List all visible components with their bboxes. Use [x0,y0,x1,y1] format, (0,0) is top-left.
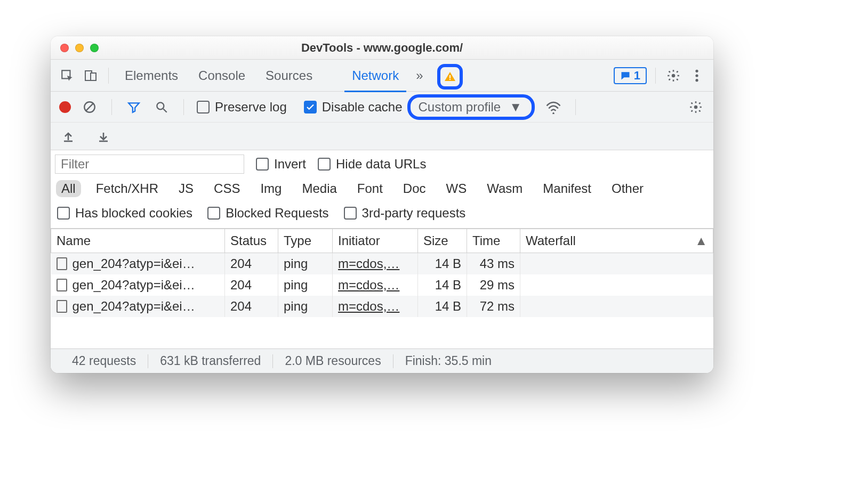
warning-icon [444,70,456,83]
filter-input[interactable] [55,155,244,174]
network-requests-table: Name Status Type Initiator Size Time Wat… [51,229,713,317]
request-waterfall [520,253,713,275]
request-initiator[interactable]: m=cdos,… [338,278,399,292]
svg-point-5 [672,74,676,77]
checkbox-icon [57,207,70,220]
col-name[interactable]: Name [51,229,225,253]
status-transferred: 631 kB transferred [148,354,272,368]
invert-label: Invert [274,157,306,172]
hide-data-urls-checkbox[interactable]: Hide data URLs [318,157,426,172]
network-settings-icon[interactable] [687,98,705,116]
filter-icon[interactable] [125,98,143,116]
chip-js[interactable]: JS [173,180,199,197]
checkbox-icon [318,158,331,171]
search-icon[interactable] [152,98,171,116]
chip-font[interactable]: Font [352,180,388,197]
device-toolbar-icon[interactable] [82,67,100,85]
col-type[interactable]: Type [278,229,333,253]
titlebar: DevTools - www.google.com/ [51,36,713,60]
filter-checks-row: Has blocked cookies Blocked Requests 3rd… [51,204,713,229]
request-name: gen_204?atyp=i&ei… [73,299,195,314]
request-size: 14 B [418,274,467,296]
chip-wasm[interactable]: Wasm [481,180,528,197]
console-message-count: 1 [634,69,640,83]
status-requests: 42 requests [60,354,148,368]
request-initiator[interactable]: m=cdos,… [338,256,399,271]
request-status: 204 [225,253,278,275]
request-time: 29 ms [467,274,520,296]
svg-point-11 [157,102,164,109]
download-har-icon[interactable] [94,127,112,145]
preserve-log-checkbox[interactable]: Preserve log [197,100,287,115]
divider [111,99,112,115]
tab-console[interactable]: Console [191,68,253,83]
sort-indicator-icon: ▲ [695,233,708,248]
chip-ws[interactable]: WS [441,180,472,197]
chip-doc[interactable]: Doc [398,180,431,197]
svg-point-13 [694,105,698,109]
network-conditions-icon[interactable] [544,98,562,116]
svg-point-8 [695,79,698,82]
disable-cache-checkbox[interactable]: Disable cache [304,100,403,115]
col-waterfall-label: Waterfall [526,233,576,248]
invert-checkbox[interactable]: Invert [256,157,306,172]
third-party-label: 3rd-party requests [362,206,466,221]
request-name: gen_204?atyp=i&ei… [73,256,195,271]
request-type: ping [278,253,333,275]
divider [183,99,184,115]
more-menu-icon[interactable] [688,67,706,85]
chip-css[interactable]: CSS [208,180,245,197]
col-initiator[interactable]: Initiator [333,229,418,253]
request-type-chips: All Fetch/XHR JS CSS Img Media Font Doc … [51,176,713,204]
chip-img[interactable]: Img [255,180,287,197]
document-icon [57,300,67,313]
network-toolbar: Preserve log Disable cache Custom profil… [51,92,713,123]
preserve-log-label: Preserve log [215,100,287,115]
blocked-cookies-checkbox[interactable]: Has blocked cookies [57,206,192,221]
col-size[interactable]: Size [418,229,467,253]
chip-all[interactable]: All [56,180,81,197]
svg-rect-1 [449,79,451,80]
inspect-element-icon[interactable] [58,67,76,85]
chip-other[interactable]: Other [606,180,649,197]
col-waterfall[interactable]: Waterfall▲ [520,229,713,253]
checkbox-icon [207,207,220,220]
tab-network[interactable]: Network [344,68,406,92]
table-row[interactable]: gen_204?atyp=i&ei… 204 ping m=cdos,… 14 … [51,296,713,317]
request-type: ping [278,296,333,317]
chip-manifest[interactable]: Manifest [537,180,597,197]
request-initiator[interactable]: m=cdos,… [338,299,399,313]
table-row[interactable]: gen_204?atyp=i&ei… 204 ping m=cdos,… 14 … [51,253,713,275]
console-messages-pill[interactable]: 1 [614,67,647,84]
svg-rect-0 [449,75,451,78]
divider [575,99,576,115]
tab-sources[interactable]: Sources [258,68,320,83]
blocked-requests-checkbox[interactable]: Blocked Requests [207,206,328,221]
third-party-checkbox[interactable]: 3rd-party requests [344,206,466,221]
request-time: 43 ms [467,253,520,275]
more-tabs-icon[interactable]: » [412,68,427,83]
filter-row: Invert Hide data URLs [51,150,713,176]
clear-log-icon[interactable] [81,98,99,116]
import-export-toolbar [51,123,713,150]
col-status[interactable]: Status [225,229,278,253]
throttling-profile-dropdown[interactable]: Custom profile ▼ [407,94,535,120]
col-time[interactable]: Time [467,229,520,253]
checkbox-icon [197,101,210,113]
request-type: ping [278,274,333,296]
svg-point-7 [695,74,698,77]
chip-fetch-xhr[interactable]: Fetch/XHR [91,180,164,197]
settings-icon[interactable] [664,67,682,85]
tab-elements[interactable]: Elements [117,68,186,83]
table-header-row: Name Status Type Initiator Size Time Wat… [51,229,713,253]
chip-media[interactable]: Media [296,180,342,197]
request-size: 14 B [418,253,467,275]
status-resources: 2.0 MB resources [273,354,392,368]
table-row[interactable]: gen_204?atyp=i&ei… 204 ping m=cdos,… 14 … [51,274,713,296]
checkbox-icon [344,207,357,220]
throttling-profile-value: Custom profile [418,100,501,115]
svg-line-10 [85,103,93,111]
panel-tabs: Elements Console Sources Network » 1 [51,60,713,92]
upload-har-icon[interactable] [59,127,77,145]
record-button[interactable] [59,101,71,113]
